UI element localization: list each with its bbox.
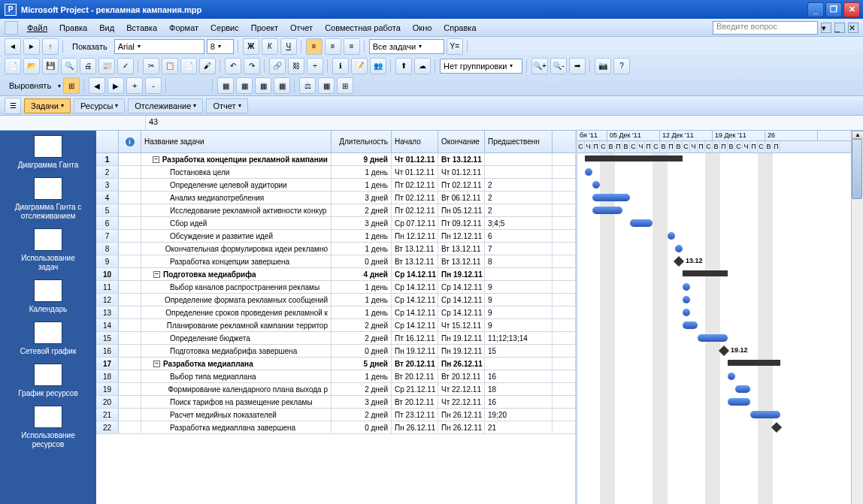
cell-pred[interactable]: [485, 166, 553, 178]
table-row[interactable]: 20Поиск тарифов на размещение рекламы3 д…: [96, 396, 575, 409]
cell-end[interactable]: Пн 12.12.11: [438, 230, 485, 242]
table-row[interactable]: 18Выбор типа медиаплана1 деньВт 20.12.11…: [96, 370, 575, 383]
gantt-task-bar[interactable]: [728, 373, 735, 380]
italic-button[interactable]: К: [262, 38, 278, 55]
indent-button[interactable]: ▶: [107, 77, 124, 94]
minimize-button[interactable]: _: [807, 2, 824, 17]
outline-toggle[interactable]: −: [153, 361, 160, 367]
row-number[interactable]: 4: [96, 192, 119, 204]
cell-start[interactable]: Пт 16.12.11: [392, 332, 438, 344]
outline-toggle[interactable]: −: [153, 271, 160, 278]
redo-button[interactable]: ↷: [244, 58, 260, 74]
search-button[interactable]: 🔍: [61, 58, 77, 74]
group-combo[interactable]: Нет группировки▾: [440, 59, 522, 74]
menu-help[interactable]: Справка: [438, 21, 482, 35]
table-row[interactable]: 8Окончательная формулировка идеи рекламн…: [96, 243, 575, 255]
cell-name[interactable]: Разработка медиаплана завершена: [141, 421, 332, 433]
gantt-task-bar[interactable]: [592, 207, 622, 214]
cell-name[interactable]: Выбор типа медиаплана: [141, 370, 332, 382]
cell-duration[interactable]: 1 день: [332, 281, 392, 293]
cell-pred[interactable]: 16: [485, 396, 553, 408]
spell-button[interactable]: ✓: [117, 58, 134, 74]
nav-back-button[interactable]: ◄: [5, 38, 21, 55]
menu-collab[interactable]: Совместная работа: [319, 21, 407, 35]
cell-start[interactable]: Пт 23.12.11: [392, 409, 438, 421]
gantt-task-bar[interactable]: [668, 232, 675, 240]
cell-end[interactable]: Пн 05.12.11: [438, 204, 485, 216]
track-button-6[interactable]: ▦: [318, 77, 335, 94]
table-row[interactable]: 1−Разработка концепции рекламной кампани…: [96, 153, 575, 166]
cell-pred[interactable]: 7: [485, 243, 553, 255]
cell-end[interactable]: Ср 14.12.11: [438, 281, 485, 293]
row-number[interactable]: 13: [96, 306, 119, 318]
cell-name[interactable]: Разработка концепции завершена: [141, 255, 332, 267]
cell-pred[interactable]: 16: [485, 370, 553, 382]
cell-start[interactable]: Пт 02.12.11: [392, 204, 438, 216]
cell-end[interactable]: Вт 13.12.11: [438, 153, 485, 165]
help-button[interactable]: ?: [613, 58, 630, 74]
gantt-task-bar[interactable]: [698, 334, 728, 342]
table-row[interactable]: 12Определение формата рекламных сообщени…: [96, 294, 575, 306]
cell-pred[interactable]: 9: [485, 319, 553, 331]
cell-end[interactable]: Пн 19.12.11: [438, 268, 485, 280]
formula-name-box[interactable]: [0, 116, 146, 130]
cell-end[interactable]: Чт 22.12.11: [438, 396, 485, 408]
row-number[interactable]: 19: [96, 383, 119, 395]
cell-name[interactable]: −Подготовка медиабрифа: [141, 268, 332, 280]
cell-pred[interactable]: 19;20: [485, 409, 553, 421]
menu-report[interactable]: Отчет: [284, 21, 319, 35]
cell-duration[interactable]: 5 дней: [332, 358, 392, 370]
cell-pred[interactable]: 18: [485, 383, 553, 395]
cell-end[interactable]: Пн 26.12.11: [438, 421, 485, 433]
help-dropdown-button[interactable]: ▾: [821, 23, 831, 33]
system-menu-icon[interactable]: [5, 21, 18, 35]
cell-end[interactable]: Пн 26.12.11: [438, 358, 485, 370]
menu-format[interactable]: Формат: [163, 21, 204, 35]
cell-duration[interactable]: 2 дней: [332, 383, 392, 395]
cell-start[interactable]: Пт 02.12.11: [392, 179, 438, 191]
cell-duration[interactable]: 2 дней: [332, 332, 392, 344]
track-button-5[interactable]: ⚖: [299, 77, 316, 94]
cell-name[interactable]: Выбор каналов распространения рекламы: [141, 281, 332, 293]
cell-name[interactable]: Постановка цели: [141, 166, 332, 178]
gantt-task-bar[interactable]: [592, 194, 630, 201]
cell-pred[interactable]: 9: [485, 294, 553, 306]
cell-name[interactable]: Исследование рекламной активности конкур: [141, 204, 332, 216]
row-number[interactable]: 14: [96, 319, 119, 331]
cell-pred[interactable]: 2: [485, 192, 553, 204]
formula-value[interactable]: 43: [146, 116, 863, 130]
copy-picture-button[interactable]: 📷: [595, 58, 611, 74]
row-number[interactable]: 7: [96, 230, 119, 242]
cell-end[interactable]: Чт 22.12.11: [438, 383, 485, 395]
row-number[interactable]: 12: [96, 294, 119, 306]
cell-name[interactable]: Поиск тарифов на размещение рекламы: [141, 396, 332, 408]
cell-name[interactable]: Обсуждение и развитие идей: [141, 230, 332, 242]
cell-start[interactable]: Ср 14.12.11: [392, 268, 438, 280]
help-question-box[interactable]: Введите вопрос: [713, 21, 818, 35]
menu-project[interactable]: Проект: [245, 21, 284, 35]
cell-pred[interactable]: 2: [485, 179, 553, 191]
row-number[interactable]: 20: [96, 396, 119, 408]
gantt-body[interactable]: 13.1219.12: [577, 153, 851, 504]
col-pred[interactable]: Предшественн: [485, 131, 553, 152]
info-column-header[interactable]: i: [119, 131, 141, 152]
collab-button[interactable]: ☁: [414, 58, 431, 74]
view-calendar[interactable]: Календарь: [0, 279, 96, 314]
cell-start[interactable]: Пн 12.12.11: [392, 230, 438, 242]
col-duration[interactable]: Длительность: [332, 131, 392, 152]
open-button[interactable]: 📂: [23, 58, 40, 74]
outline-toggle[interactable]: −: [153, 156, 159, 163]
task-notes-button[interactable]: 📝: [351, 58, 368, 74]
cell-duration[interactable]: 2 дней: [332, 204, 392, 216]
vscroll[interactable]: ▲ ▼: [851, 131, 863, 504]
cell-end[interactable]: Ср 14.12.11: [438, 294, 485, 306]
cell-duration[interactable]: 1 день: [332, 370, 392, 382]
cell-pred[interactable]: 11;12;13;14: [485, 332, 553, 344]
gantt-task-bar[interactable]: [585, 168, 592, 176]
print-button[interactable]: 🖨: [80, 58, 96, 74]
cell-start[interactable]: Ср 14.12.11: [392, 319, 438, 331]
cell-duration[interactable]: 3 дней: [332, 192, 392, 204]
cell-duration[interactable]: 9 дней: [332, 153, 392, 165]
view-resource-usage[interactable]: Использование ресурсов: [0, 406, 96, 449]
row-number[interactable]: 21: [96, 409, 119, 421]
